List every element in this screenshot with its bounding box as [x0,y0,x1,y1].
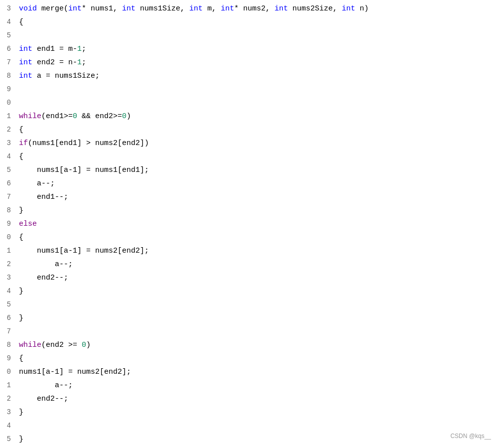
code-token: merge( [37,2,68,15]
code-token: a--; [19,258,73,271]
code-token: (end1>= [41,110,73,123]
code-line: } [19,406,491,419]
watermark: CSDN @kqs__ [450,430,491,443]
code-line: { [19,150,491,163]
code-token: int [68,2,82,15]
line-number: 8 [2,338,11,352]
code-line: void merge(int* nums1, int nums1Size, in… [19,2,491,15]
code-token: int [274,2,288,15]
code-token: end1 = m- [32,42,77,56]
line-number: 9 [2,217,11,231]
code-token: end2--; [19,271,68,285]
line-number: 3 [2,137,11,150]
code-token: nums1Size, [135,2,189,15]
code-token: else [19,217,37,231]
code-line: { [19,231,491,244]
code-token: } [19,285,23,298]
line-number: 2 [2,258,11,271]
line-number: 1 [2,244,11,258]
line-number: 4 [2,285,11,298]
code-line: a--; [19,258,491,271]
code-token: while [19,338,41,352]
line-number: 8 [2,204,11,217]
code-token: 0 [73,110,77,123]
code-line [19,29,491,42]
line-number: 4 [2,419,11,433]
line-number: 9 [2,83,11,96]
line-number: 5 [2,298,11,311]
code-token: end2 = n- [32,56,77,69]
code-line: } [19,433,491,446]
code-line [19,298,491,311]
code-line: { [19,123,491,137]
code-token: * nums2, [234,2,274,15]
code-token: 0 [122,110,126,123]
line-number: 6 [2,177,11,190]
code-line: nums1[a-1] = nums1[end1]; [19,163,491,177]
line-number: 7 [2,56,11,69]
code-line: } [19,311,491,325]
code-token: ; [82,56,86,69]
code-token: { [19,231,23,244]
code-token: int [19,42,32,56]
code-token: { [19,150,23,163]
code-line: } [19,204,491,217]
line-number: 5 [2,433,11,446]
code-line: while(end1>=0 && end2>=0) [19,110,491,123]
code-token: (end2 >= [41,338,82,352]
code-token: if [19,137,28,150]
line-number: 1 [2,110,11,123]
code-token: (nums1[end1] > nums2[end2]) [28,137,149,150]
line-number-gutter: 345678901234567890123456789012345 [0,2,14,446]
line-number: 5 [2,29,11,42]
code-line: if(nums1[end1] > nums2[end2]) [19,137,491,150]
code-token: } [19,204,23,217]
code-token: a = nums1Size; [32,69,100,83]
line-number: 8 [2,69,11,83]
code-token: int [19,56,32,69]
code-line: } [19,285,491,298]
code-line: nums1[a-1] = nums2[end2]; [19,365,491,379]
code-token: a--; [19,379,73,392]
code-token: a--; [19,177,55,190]
code-line: end1--; [19,190,491,204]
code-line: end2--; [19,392,491,406]
code-content[interactable]: void merge(int* nums1, int nums1Size, in… [14,2,496,446]
code-token: m, [203,2,221,15]
line-number: 3 [2,2,11,15]
code-line: end2--; [19,271,491,285]
code-line: { [19,15,491,29]
line-number: 3 [2,271,11,285]
code-editor: 345678901234567890123456789012345 void m… [0,0,496,448]
code-token: int [189,2,203,15]
code-line [19,325,491,338]
code-token: { [19,123,23,137]
code-token: int [19,69,32,83]
code-line [19,83,491,96]
code-line: nums1[a-1] = nums2[end2]; [19,244,491,258]
code-line: int a = nums1Size; [19,69,491,83]
code-token: * nums1, [82,2,122,15]
code-line [19,96,491,110]
code-line: else [19,217,491,231]
code-line: { [19,352,491,365]
code-token: 1 [77,42,82,56]
line-number: 5 [2,163,11,177]
code-token: } [19,406,23,419]
code-token: ) [86,338,91,352]
code-token: 0 [82,338,86,352]
code-token: && end2>= [77,110,122,123]
line-number: 3 [2,406,11,419]
code-token: ) [126,110,131,123]
code-token: } [19,311,23,325]
code-line: while(end2 >= 0) [19,338,491,352]
line-number: 6 [2,42,11,56]
line-number: 7 [2,325,11,338]
line-number: 6 [2,311,11,325]
code-line: a--; [19,177,491,190]
line-number: 2 [2,123,11,137]
code-line: int end1 = m-1; [19,42,491,56]
code-line: a--; [19,379,491,392]
line-number: 9 [2,352,11,365]
line-number: 0 [2,365,11,379]
